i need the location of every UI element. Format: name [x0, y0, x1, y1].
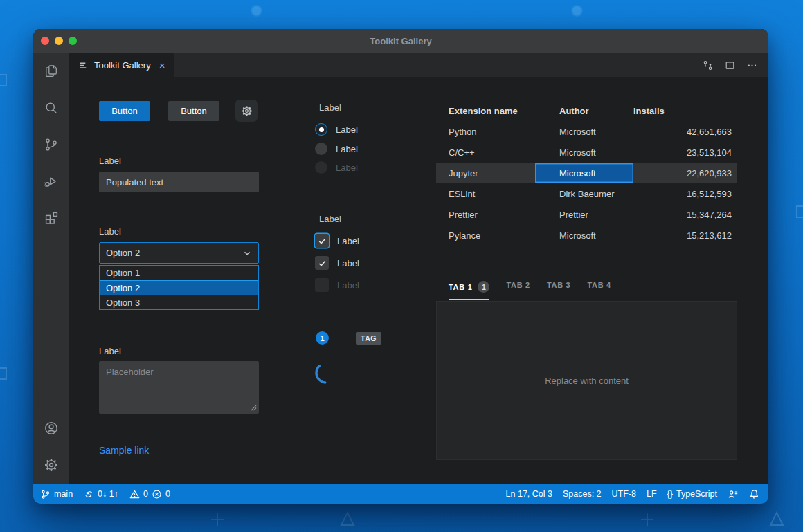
grid-cell[interactable]: 22,620,933	[633, 168, 737, 178]
tab-toolkit-gallery[interactable]: Toolkit Gallery ×	[69, 53, 174, 77]
grid-cell[interactable]: C/C++	[436, 147, 535, 158]
grid-cell[interactable]: 15,347,264	[633, 210, 737, 220]
icon-button[interactable]	[235, 100, 258, 122]
error-icon	[152, 489, 162, 499]
wallpaper-plus-icon	[640, 512, 655, 527]
radio-selected-icon[interactable]	[315, 123, 327, 136]
dropdown-control[interactable]: Option 2	[99, 242, 259, 264]
column-header[interactable]: Author	[535, 106, 633, 116]
grid-cell[interactable]: Microsoft	[535, 127, 633, 137]
grid-cell[interactable]: Dirk Baeumer	[535, 189, 633, 199]
wallpaper-square-icon	[0, 367, 8, 380]
dropdown-label: Label	[99, 226, 121, 237]
grid-cell[interactable]: 23,513,104	[633, 147, 737, 158]
grid-header-row: Extension name Author Installs	[436, 100, 737, 121]
dropdown-listbox: Option 1 Option 2 Option 3	[99, 265, 259, 310]
explorer-icon[interactable]	[33, 53, 69, 89]
radio-row[interactable]: Label	[315, 143, 358, 155]
grid-cell[interactable]: 15,213,612	[633, 230, 737, 241]
eol-sequence[interactable]: LF	[647, 489, 657, 499]
grid-cell[interactable]: ESLint	[436, 189, 535, 199]
wallpaper-triangle-icon	[768, 511, 785, 527]
notifications-bell-icon[interactable]	[749, 489, 759, 499]
encoding[interactable]: UTF-8	[612, 489, 636, 499]
maximize-window-button[interactable]	[69, 37, 77, 45]
wallpaper-dot	[572, 6, 582, 16]
problems-status[interactable]: 0 0	[129, 489, 170, 499]
sample-link[interactable]: Sample link	[99, 445, 149, 456]
grid-cell[interactable]: 16,512,593	[633, 189, 737, 199]
dropdown-option-selected[interactable]: Option 2	[100, 280, 258, 295]
table-row-selected[interactable]: Jupyter Microsoft 22,620,933	[436, 163, 737, 183]
panel-tab-1[interactable]: TAB 1 1	[449, 281, 489, 300]
checkbox-label: Label	[337, 258, 359, 268]
dropdown-value: Option 2	[106, 248, 140, 258]
branch-status[interactable]: main	[40, 489, 73, 499]
grid-cell[interactable]: Prettier	[535, 210, 633, 220]
grid-cell[interactable]: Jupyter	[436, 168, 535, 178]
run-debug-icon[interactable]	[33, 163, 69, 199]
open-changes-icon[interactable]	[702, 59, 714, 71]
panel-placeholder-text: Replace with content	[545, 376, 629, 386]
feedback-icon[interactable]	[728, 489, 739, 499]
account-icon[interactable]	[33, 410, 69, 446]
table-row[interactable]: ESLint Dirk Baeumer 16,512,593	[436, 183, 737, 204]
grid-cell[interactable]: Microsoft	[535, 147, 633, 158]
checkbox-label: Label	[337, 236, 359, 246]
checkbox-checked-icon[interactable]	[315, 256, 329, 270]
table-row[interactable]: Pylance Microsoft 15,213,612	[436, 225, 737, 246]
minimize-window-button[interactable]	[55, 37, 63, 45]
column-header[interactable]: Extension name	[436, 106, 535, 116]
tab-close-icon[interactable]: ×	[159, 60, 165, 71]
radio-unselected-icon[interactable]	[315, 143, 327, 155]
desktop: Toolkit Gallery	[0, 0, 803, 532]
table-row[interactable]: Prettier Prettier 15,347,264	[436, 204, 737, 225]
panel-tab-label: TAB 4	[587, 281, 611, 289]
tab-label: Toolkit Gallery	[94, 60, 151, 71]
primary-button[interactable]: Button	[99, 101, 150, 121]
checkbox-row[interactable]: Label	[315, 234, 359, 248]
language-mode[interactable]: {} TypeScript	[667, 489, 717, 499]
grid-cell[interactable]: Python	[436, 127, 535, 137]
panel-tab-2[interactable]: TAB 2	[506, 281, 530, 295]
dropdown-option[interactable]: Option 1	[100, 266, 258, 280]
extensions-icon[interactable]	[33, 199, 69, 236]
grid-cell[interactable]: 42,651,663	[633, 127, 737, 137]
table-row[interactable]: Python Microsoft 42,651,663	[436, 121, 737, 142]
checkbox-checked-icon[interactable]	[315, 234, 329, 248]
column-header[interactable]: Installs	[633, 106, 737, 116]
settings-gear-icon[interactable]	[33, 446, 69, 483]
webview-list-icon	[78, 60, 89, 71]
checkbox-label: Label	[337, 280, 359, 291]
secondary-button[interactable]: Button	[168, 101, 219, 121]
text-field-input[interactable]	[99, 172, 259, 192]
more-actions-icon[interactable]	[746, 59, 758, 71]
checkbox-row[interactable]: Label	[315, 256, 359, 270]
wallpaper-dot	[251, 6, 262, 16]
gear-icon	[240, 104, 253, 118]
panel-content: Replace with content	[436, 301, 737, 460]
radio-row-disabled: Label	[315, 161, 358, 174]
search-icon[interactable]	[33, 89, 69, 126]
table-row[interactable]: C/C++ Microsoft 23,513,104	[436, 142, 737, 163]
tag-chip: TAG	[356, 332, 381, 345]
grid-cell-selected[interactable]: Microsoft	[535, 163, 633, 183]
extensions-data-grid: Extension name Author Installs Python Mi…	[436, 100, 737, 246]
source-control-icon[interactable]	[33, 126, 69, 163]
textarea-input[interactable]	[99, 361, 259, 414]
grid-cell[interactable]: Prettier	[436, 210, 535, 220]
panel-tab-4[interactable]: TAB 4	[587, 281, 611, 295]
radio-row[interactable]: Label	[315, 123, 358, 136]
sync-counts: 0↓ 1↑	[98, 489, 118, 499]
split-editor-icon[interactable]	[724, 59, 736, 71]
close-window-button[interactable]	[41, 37, 49, 45]
panel-tab-3[interactable]: TAB 3	[547, 281, 570, 295]
dropdown-option[interactable]: Option 3	[100, 295, 258, 309]
resize-grip-icon[interactable]	[251, 405, 257, 411]
cursor-position[interactable]: Ln 17, Col 3	[506, 489, 552, 499]
grid-cell[interactable]: Microsoft	[535, 230, 633, 241]
indentation[interactable]: Spaces: 2	[563, 489, 602, 499]
panel-tabs: TAB 1 1 TAB 2 TAB 3 TAB 4	[449, 281, 611, 300]
grid-cell[interactable]: Pylance	[436, 230, 535, 241]
sync-status[interactable]: 0↓ 1↑	[84, 489, 118, 499]
